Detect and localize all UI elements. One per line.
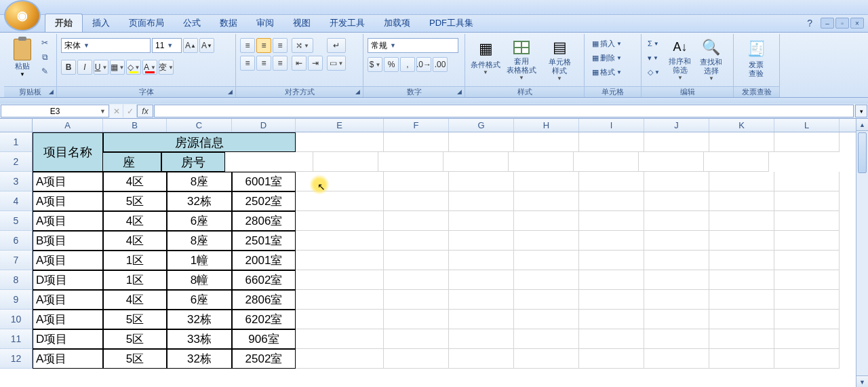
- fill-button[interactable]: ▾▼: [646, 51, 662, 64]
- sheet[interactable]: ABCDEFGHIJKL 1项目名称房源信息2区座房号3A项目4区8座6001室…: [0, 119, 856, 387]
- cell-B10[interactable]: 5区: [103, 310, 167, 329]
- cell-E3[interactable]: [296, 172, 384, 191]
- cell-C2[interactable]: 座: [96, 152, 161, 172]
- cell-K1[interactable]: [709, 132, 774, 152]
- cell-D8[interactable]: 6602室: [232, 270, 296, 290]
- scroll-thumb[interactable]: [858, 132, 867, 173]
- cell-E4[interactable]: [296, 191, 384, 211]
- cell-L8[interactable]: [774, 270, 840, 290]
- cell-D9[interactable]: 2806室: [232, 290, 296, 310]
- invoice-check-button[interactable]: 🧾 发票 查验: [738, 37, 774, 81]
- increase-indent-button[interactable]: ⇥: [308, 56, 323, 71]
- namebox-dropdown-icon[interactable]: ▼: [100, 108, 106, 115]
- cell-A9[interactable]: A项目: [33, 290, 103, 310]
- font-color-button[interactable]: A▼: [142, 60, 157, 75]
- row-header-5[interactable]: 5: [0, 211, 33, 231]
- cell-B11[interactable]: 5区: [103, 329, 167, 349]
- cell-K7[interactable]: [709, 251, 774, 270]
- cell-C9[interactable]: 6座: [167, 290, 232, 310]
- cell-D2[interactable]: 房号: [161, 152, 225, 172]
- format-cells-button[interactable]: ▦格式▼: [589, 65, 625, 79]
- cell-L4[interactable]: [774, 191, 840, 211]
- cell-E7[interactable]: [296, 251, 384, 270]
- col-header-G[interactable]: G: [449, 119, 514, 132]
- close-button[interactable]: ×: [850, 18, 864, 29]
- decrease-indent-button[interactable]: ⇤: [292, 56, 307, 71]
- cell-B6[interactable]: 4区: [103, 231, 167, 251]
- cell-C10[interactable]: 32栋: [167, 310, 232, 329]
- tab-视图[interactable]: 视图: [283, 14, 320, 32]
- italic-button[interactable]: I: [77, 60, 92, 75]
- cell-J2[interactable]: [574, 152, 639, 172]
- bold-button[interactable]: B: [61, 60, 76, 75]
- cell-G10[interactable]: [449, 310, 514, 329]
- cell-F8[interactable]: [384, 270, 449, 290]
- fill-color-button[interactable]: ◇▼: [126, 60, 141, 75]
- cell-A12[interactable]: A项目: [33, 349, 103, 369]
- align-middle-button[interactable]: ≡: [256, 38, 271, 53]
- cell-G1[interactable]: [449, 132, 514, 152]
- cell-H12[interactable]: [514, 349, 579, 369]
- cell-L9[interactable]: [774, 290, 840, 310]
- cell-D4[interactable]: 2502室: [232, 191, 296, 211]
- cell-I11[interactable]: [579, 329, 644, 349]
- tab-开始[interactable]: 开始: [45, 14, 83, 32]
- cell-B9[interactable]: 4区: [103, 290, 167, 310]
- cell-D12[interactable]: 2502室: [232, 349, 296, 369]
- cell-J1[interactable]: [644, 132, 709, 152]
- cell-H6[interactable]: [514, 231, 579, 251]
- insert-cells-button[interactable]: ▦插入▼: [589, 37, 625, 50]
- autosum-button[interactable]: Σ▼: [646, 37, 662, 50]
- cell-B8[interactable]: 1区: [103, 270, 167, 290]
- cell-F6[interactable]: [384, 231, 449, 251]
- col-header-E[interactable]: E: [296, 119, 384, 132]
- fx-button[interactable]: fx: [137, 105, 153, 117]
- cell-H7[interactable]: [514, 251, 579, 270]
- grow-font-button[interactable]: A▲: [183, 38, 198, 53]
- cell-G4[interactable]: [449, 191, 514, 211]
- formula-input[interactable]: [154, 105, 854, 117]
- scroll-up-button[interactable]: ▲: [856, 119, 868, 131]
- cell-K4[interactable]: [709, 191, 774, 211]
- col-header-K[interactable]: K: [709, 119, 774, 132]
- cell-H1[interactable]: [514, 132, 579, 152]
- row-header-10[interactable]: 10: [0, 310, 33, 329]
- cell-E1[interactable]: [296, 132, 384, 152]
- cell-K11[interactable]: [709, 329, 774, 349]
- cell-J3[interactable]: [644, 172, 709, 191]
- border-button[interactable]: ▦▼: [110, 60, 125, 75]
- cell-H4[interactable]: [514, 191, 579, 211]
- cell-L1[interactable]: [774, 132, 840, 152]
- cell-G7[interactable]: [449, 251, 514, 270]
- cell-E12[interactable]: [296, 349, 384, 369]
- cell-E2[interactable]: [225, 152, 313, 172]
- help-icon[interactable]: ?: [807, 18, 812, 29]
- cell-F5[interactable]: [384, 211, 449, 231]
- comma-button[interactable]: ,: [400, 57, 415, 72]
- decrease-decimal-button[interactable]: .00: [433, 57, 448, 72]
- cell-J10[interactable]: [644, 310, 709, 329]
- cell-C4[interactable]: 32栋: [167, 191, 232, 211]
- cell-K9[interactable]: [709, 290, 774, 310]
- cell-K8[interactable]: [709, 270, 774, 290]
- cell-H3[interactable]: [514, 172, 579, 191]
- row-header-8[interactable]: 8: [0, 270, 33, 290]
- vertical-scrollbar[interactable]: ▲ ▼: [856, 119, 868, 387]
- cell-I6[interactable]: [579, 231, 644, 251]
- sort-filter-button[interactable]: A↓ 排序和 筛选▼: [665, 37, 696, 81]
- cell-K5[interactable]: [709, 211, 774, 231]
- cell-H2[interactable]: [443, 152, 509, 172]
- cell-C3[interactable]: 8座: [167, 172, 232, 191]
- row-header-9[interactable]: 9: [0, 290, 33, 310]
- font-name-combo[interactable]: 宋体▼: [61, 38, 151, 53]
- expand-formula-bar-button[interactable]: ▾: [855, 105, 867, 117]
- col-header-H[interactable]: H: [514, 119, 579, 132]
- cell-L3[interactable]: [774, 172, 840, 191]
- wrap-text-button[interactable]: ↵: [327, 38, 346, 53]
- format-painter-button[interactable]: ✎: [38, 65, 52, 77]
- office-button[interactable]: ◉: [4, 0, 41, 31]
- number-launcher-icon[interactable]: ◢: [455, 88, 463, 96]
- align-right-button[interactable]: ≡: [273, 56, 288, 71]
- cell-G8[interactable]: [449, 270, 514, 290]
- cell-D7[interactable]: 2001室: [232, 251, 296, 270]
